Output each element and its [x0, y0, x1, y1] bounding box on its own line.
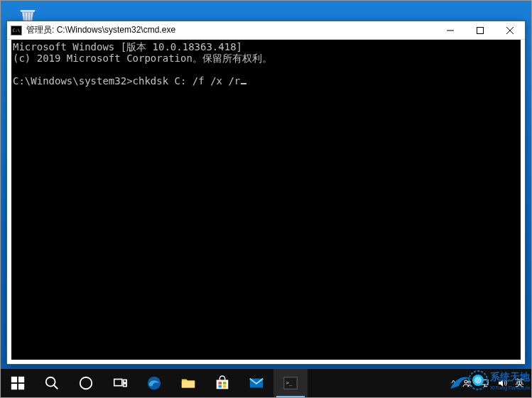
taskbar-app-cmd[interactable]: >_ [273, 369, 308, 397]
taskbar: >_ ^ 英 [1, 369, 531, 397]
start-button[interactable] [1, 369, 35, 397]
titlebar[interactable]: 管理员: C:\Windows\system32\cmd.exe [7, 21, 525, 40]
cmd-window: 管理员: C:\Windows\system32\cmd.exe Microso… [6, 21, 526, 365]
taskbar-app-edge[interactable] [137, 369, 171, 397]
svg-rect-13 [219, 382, 222, 385]
volume-icon[interactable] [497, 377, 509, 389]
svg-rect-0 [477, 27, 484, 33]
console-line: Microsoft Windows [版本 10.0.18363.418] [13, 41, 242, 52]
taskbar-app-mail[interactable] [239, 369, 273, 397]
svg-rect-3 [11, 384, 17, 389]
window-title: 管理员: C:\Windows\system32\cmd.exe [26, 24, 435, 36]
network-icon[interactable] [479, 377, 491, 389]
svg-rect-7 [114, 380, 122, 386]
ime-indicator[interactable]: 英 [515, 377, 524, 389]
search-button[interactable] [35, 369, 69, 397]
svg-rect-22 [482, 380, 488, 385]
svg-rect-16 [223, 385, 227, 388]
window-controls [435, 21, 525, 39]
svg-point-5 [46, 377, 55, 387]
cmd-icon [11, 26, 22, 35]
svg-rect-2 [18, 377, 24, 382]
svg-point-6 [80, 377, 92, 389]
svg-rect-14 [223, 382, 227, 385]
taskbar-app-file-explorer[interactable] [171, 369, 205, 397]
console-command: chkdsk C: /f /x /r [133, 75, 241, 87]
svg-rect-1 [11, 377, 17, 382]
console-prompt: C:\Windows\system32> [13, 75, 133, 87]
text-cursor [241, 83, 246, 84]
svg-rect-9 [124, 384, 127, 387]
minimize-button[interactable] [435, 21, 465, 39]
maximize-button[interactable] [465, 21, 495, 39]
task-view-button[interactable] [103, 369, 137, 397]
svg-rect-11 [182, 381, 195, 387]
cortana-button[interactable] [69, 369, 103, 397]
svg-point-21 [468, 381, 470, 383]
svg-rect-4 [18, 384, 24, 389]
tray-overflow-button[interactable]: ^ [452, 379, 455, 387]
svg-rect-15 [219, 385, 222, 388]
close-button[interactable] [495, 21, 525, 39]
recycle-bin-icon[interactable] [16, 4, 39, 19]
console-line: (c) 2019 Microsoft Corporation。保留所有权利。 [13, 52, 272, 64]
system-tray: ^ 英 [447, 369, 531, 397]
svg-rect-12 [217, 380, 229, 389]
svg-text:>_: >_ [286, 380, 293, 386]
svg-rect-8 [124, 380, 127, 382]
svg-point-20 [465, 380, 467, 383]
console-output[interactable]: Microsoft Windows [版本 10.0.18363.418] (c… [11, 40, 521, 360]
taskbar-app-store[interactable] [205, 369, 239, 397]
people-icon[interactable] [462, 377, 473, 389]
